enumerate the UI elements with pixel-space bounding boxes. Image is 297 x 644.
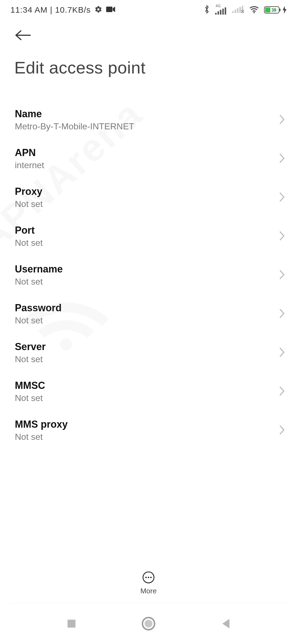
row-value: Not set	[15, 238, 43, 248]
status-time-text: 11:34 AM	[10, 5, 48, 14]
row-label: Proxy	[15, 186, 43, 197]
chevron-right-icon	[278, 153, 285, 165]
row-value: Not set	[15, 277, 63, 287]
row-text: APN internet	[15, 147, 44, 170]
svg-rect-14	[265, 7, 270, 12]
row-proxy[interactable]: Proxy Not set	[0, 178, 297, 217]
chevron-right-icon	[278, 269, 285, 281]
nav-back-button[interactable]	[215, 613, 237, 635]
svg-rect-9	[239, 7, 241, 13]
row-username[interactable]: Username Not set	[0, 256, 297, 294]
status-netspeed-text: 10.7KB/s	[55, 5, 91, 14]
row-label: MMSC	[15, 380, 45, 391]
row-mmsc[interactable]: MMSC Not set	[0, 372, 297, 411]
row-apn[interactable]: APN internet	[0, 139, 297, 178]
settings-list: Name Metro-By-T-Mobile-INTERNET APN inte…	[0, 100, 297, 450]
status-left: 11:34 AM | 10.7KB/s	[10, 5, 116, 15]
bluetooth-icon	[204, 5, 210, 15]
row-label: Port	[15, 225, 43, 236]
chevron-right-icon	[278, 114, 285, 126]
row-value: Metro-By-T-Mobile-INTERNET	[15, 121, 134, 132]
battery-pct-text: 38	[271, 8, 276, 12]
row-server[interactable]: Server Not set	[0, 333, 297, 372]
row-value: internet	[15, 160, 44, 170]
header-bar	[0, 20, 297, 45]
row-text: MMS proxy Not set	[15, 419, 68, 442]
more-icon	[142, 571, 155, 585]
page-title: Edit access point	[0, 45, 297, 83]
row-label: Username	[15, 263, 63, 275]
chevron-right-icon	[278, 230, 285, 242]
row-mmsproxy[interactable]: MMS proxy Not set	[0, 411, 297, 450]
svg-rect-1	[215, 13, 216, 15]
svg-rect-0	[106, 7, 112, 12]
row-text: MMSC Not set	[15, 380, 45, 403]
nav-recent-button[interactable]	[61, 613, 82, 635]
chevron-right-icon	[278, 308, 285, 320]
chevron-right-icon	[278, 424, 285, 436]
camera-icon	[106, 6, 116, 14]
svg-rect-6	[232, 11, 233, 13]
row-label: Name	[15, 108, 134, 120]
row-text: Name Metro-By-T-Mobile-INTERNET	[15, 108, 134, 132]
chevron-right-icon	[278, 192, 285, 204]
wifi-icon	[249, 5, 259, 15]
svg-point-18	[145, 577, 147, 578]
svg-point-23	[145, 620, 153, 628]
system-nav-bar	[0, 603, 297, 644]
svg-rect-2	[218, 11, 219, 15]
svg-rect-4	[222, 9, 224, 15]
more-label: More	[140, 587, 156, 595]
row-text: Proxy Not set	[15, 186, 43, 209]
svg-rect-21	[68, 620, 76, 628]
row-text: Password Not set	[15, 302, 62, 326]
status-time: 11:34 AM | 10.7KB/s	[10, 5, 91, 15]
row-label: Password	[15, 302, 62, 314]
svg-rect-7	[235, 10, 236, 13]
signal-4g-icon: 4G	[215, 5, 227, 15]
svg-rect-13	[279, 9, 280, 11]
svg-point-11	[254, 12, 255, 13]
row-value: Not set	[15, 432, 68, 442]
row-label: APN	[15, 147, 44, 159]
status-right: 4G 38	[204, 5, 287, 15]
battery-icon: 38	[264, 6, 287, 14]
row-value: Not set	[15, 315, 62, 326]
signal-nosim-icon	[232, 6, 244, 14]
svg-rect-5	[225, 7, 226, 15]
row-value: Not set	[15, 199, 43, 209]
gear-icon	[95, 6, 102, 14]
svg-point-20	[150, 577, 152, 578]
row-text: Port Not set	[15, 225, 43, 248]
action-bar: More	[0, 564, 297, 602]
row-value: Not set	[15, 354, 46, 364]
chevron-right-icon	[278, 347, 285, 359]
row-password[interactable]: Password Not set	[0, 294, 297, 333]
row-name[interactable]: Name Metro-By-T-Mobile-INTERNET	[0, 100, 297, 139]
back-arrow-icon[interactable]	[14, 29, 32, 42]
more-button[interactable]: More	[140, 571, 156, 595]
svg-rect-3	[220, 10, 221, 15]
row-text: Username Not set	[15, 263, 63, 287]
status-bar: 11:34 AM | 10.7KB/s 4G	[0, 0, 297, 20]
row-value: Not set	[15, 393, 45, 403]
row-label: MMS proxy	[15, 419, 68, 430]
row-text: Server Not set	[15, 341, 46, 364]
row-label: Server	[15, 341, 46, 353]
svg-rect-8	[237, 8, 238, 13]
chevron-right-icon	[278, 386, 285, 398]
svg-point-19	[148, 577, 149, 578]
row-port[interactable]: Port Not set	[0, 217, 297, 256]
nav-home-button[interactable]	[138, 613, 160, 635]
